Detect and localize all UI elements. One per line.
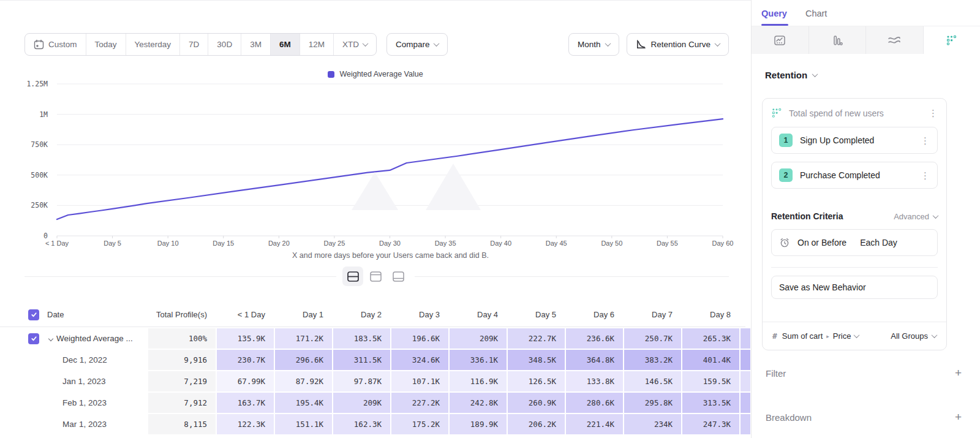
kebab-menu-icon[interactable]: ⋮ — [929, 108, 938, 118]
tab-chart[interactable]: Chart — [805, 9, 827, 26]
retention-value-cell-day-5: 126.5K — [508, 371, 565, 391]
kebab-menu-icon[interactable]: ⋮ — [921, 136, 930, 145]
retention-line-chart: 1.25M1M750K500K250K0 < 1 DayDay 5Day 10D… — [0, 0, 751, 263]
column-header-day-8: Day 8 — [682, 310, 739, 319]
column-header-day-4: Day 4 — [450, 310, 507, 319]
criteria-mode-dropdown[interactable]: Advanced — [894, 212, 938, 221]
event-step-label: Sign Up Completed — [800, 135, 874, 145]
retention-value-cell-day-3: 324.6K — [391, 350, 448, 370]
column-header-day-1: Day 1 — [275, 310, 332, 319]
table-header-row: DateTotal Profile(s)< 1 DayDay 1Day 2Day… — [0, 303, 745, 327]
flows-report-tab[interactable] — [865, 26, 923, 54]
overflow-column-sliver — [741, 371, 750, 391]
retention-value-cell-day-4: 242.8K — [450, 393, 507, 413]
retention-value-cell-day-5: 222.7K — [508, 328, 565, 349]
table-body: Weighted Average ...100%135.9K171.2K183.… — [0, 328, 745, 434]
table-row: Feb 1, 20237,912163.7K195.4K209K227.2K24… — [0, 393, 745, 413]
event-step-label: Purchase Completed — [800, 170, 880, 180]
funnels-icon — [831, 34, 843, 47]
table-row: Dec 1, 20229,916230.7K296.6K311.5K324.6K… — [0, 350, 745, 370]
total-profiles-cell: 7,219 — [148, 371, 216, 391]
retention-value-cell-day-4: 209K — [450, 328, 507, 349]
save-behavior-label: Save as New Behavior — [779, 282, 866, 292]
retention-value-cell-day-0: 67.99K — [217, 371, 274, 391]
retention-value-cell-day-2: 97.87K — [333, 371, 390, 391]
retention-value-cell-day-3: 196.6K — [391, 328, 448, 349]
layout-chart-only-button[interactable] — [365, 266, 386, 286]
retention-value-cell-day-0: 122.3K — [217, 414, 274, 434]
save-as-new-behavior-button[interactable]: Save as New Behavior — [771, 276, 938, 299]
table-row: Mar 1, 20238,115122.3K151.1K162.3K175.2K… — [0, 414, 745, 434]
retention-value-cell-day-6: 280.6K — [566, 393, 623, 413]
retention-criteria-row: Retention Criteria Advanced — [771, 211, 938, 221]
retention-value-cell-day-0: 230.7K — [217, 350, 274, 370]
row-label: Jan 1, 2023 — [44, 377, 147, 386]
funnels-report-tab[interactable] — [809, 26, 866, 54]
x-tick-label: Day 10 — [140, 240, 195, 247]
sidebar-tabs: Query Chart — [752, 0, 980, 26]
layout-split-button[interactable] — [342, 266, 363, 286]
row-label: Dec 1, 2022 — [44, 355, 147, 364]
y-tick-label: 500K — [11, 171, 48, 179]
add-breakdown-button[interactable]: + — [955, 410, 962, 424]
numeric-property-icon: # — [772, 331, 777, 341]
x-tick-label: Day 5 — [85, 240, 140, 247]
query-builder-sidebar: Query Chart — [751, 0, 980, 438]
event-step-1[interactable]: 1 Sign Up Completed ⋮ — [771, 127, 938, 154]
retention-value-cell-day-6: 221.4K — [566, 414, 623, 434]
layout-table-only-button[interactable] — [388, 266, 409, 286]
row-label: Feb 1, 2023 — [44, 398, 147, 407]
criteria-mode-label: Advanced — [894, 212, 929, 221]
retention-report-tab[interactable] — [923, 26, 980, 54]
timing-criteria-row[interactable]: On or Before Each Day — [771, 229, 938, 256]
retention-value-cell-day-5: 206.2K — [508, 414, 565, 434]
caret-right-icon: ▸ — [826, 333, 829, 339]
overflow-column-sliver — [741, 350, 750, 370]
retention-criteria-label: Retention Criteria — [771, 211, 843, 221]
event-step-2[interactable]: 2 Purchase Completed ⋮ — [771, 162, 938, 189]
x-tick-label: Day 40 — [473, 240, 529, 247]
retention-value-cell-day-2: 209K — [333, 393, 390, 413]
tab-query[interactable]: Query — [761, 9, 787, 26]
overflow-column-sliver — [741, 414, 750, 434]
row-label[interactable]: Weighted Average ... — [44, 334, 147, 343]
measure-property: Sum of cart — [782, 331, 823, 341]
retention-report-page: CustomTodayYesterday7D30D3M6M12MXTD Comp… — [0, 0, 980, 438]
select-all-checkbox[interactable] — [28, 309, 39, 320]
report-type-switcher — [752, 26, 980, 54]
x-tick-label: Day 30 — [363, 240, 418, 247]
row-checkbox[interactable] — [28, 333, 39, 344]
breakdown-section: Breakdown + — [766, 410, 962, 424]
retention-icon — [946, 34, 958, 47]
retention-value-cell-day-4: 189.9K — [450, 414, 507, 434]
chart-canvas — [0, 0, 751, 263]
column-header-day-7: Day 7 — [624, 310, 681, 319]
retention-value-cell-day-7: 383.2K — [624, 350, 681, 370]
report-section-heading[interactable]: Retention — [765, 70, 980, 80]
measure-subproperty: Price — [833, 331, 851, 341]
filter-section: Filter + — [766, 366, 962, 380]
add-filter-button[interactable]: + — [955, 366, 962, 380]
row-date-label: Dec 1, 2022 — [62, 355, 107, 364]
measure-property-dropdown[interactable]: Sum of cart ▸ Price — [782, 331, 859, 341]
retention-value-cell-day-3: 107.1K — [391, 371, 448, 391]
table-layout-toggle — [336, 266, 415, 286]
retention-value-cell-day-8: 159.5K — [682, 371, 739, 391]
insights-report-tab[interactable] — [752, 26, 809, 54]
chevron-down-icon — [812, 71, 818, 77]
breakdown-label: Breakdown — [766, 412, 812, 423]
retention-value-cell-day-5: 260.9K — [508, 393, 565, 413]
row-checkbox-cell — [0, 333, 43, 344]
groups-dropdown[interactable]: All Groups — [891, 331, 937, 341]
behavior-title: Total spend of new users — [789, 108, 884, 118]
retention-value-cell-day-2: 162.3K — [333, 414, 390, 434]
behavior-card: Total spend of new users ⋮ 1 Sign Up Com… — [762, 98, 947, 350]
retention-value-cell-day-7: 295.8K — [624, 393, 681, 413]
chevron-down-icon — [932, 332, 938, 338]
x-tick-label: Day 55 — [639, 240, 695, 247]
kebab-menu-icon[interactable]: ⋮ — [921, 171, 930, 180]
overflow-column-sliver — [741, 328, 750, 349]
x-tick-label: Day 60 — [695, 240, 750, 247]
alarm-clock-icon — [779, 237, 790, 248]
y-tick-label: 750K — [11, 140, 48, 149]
